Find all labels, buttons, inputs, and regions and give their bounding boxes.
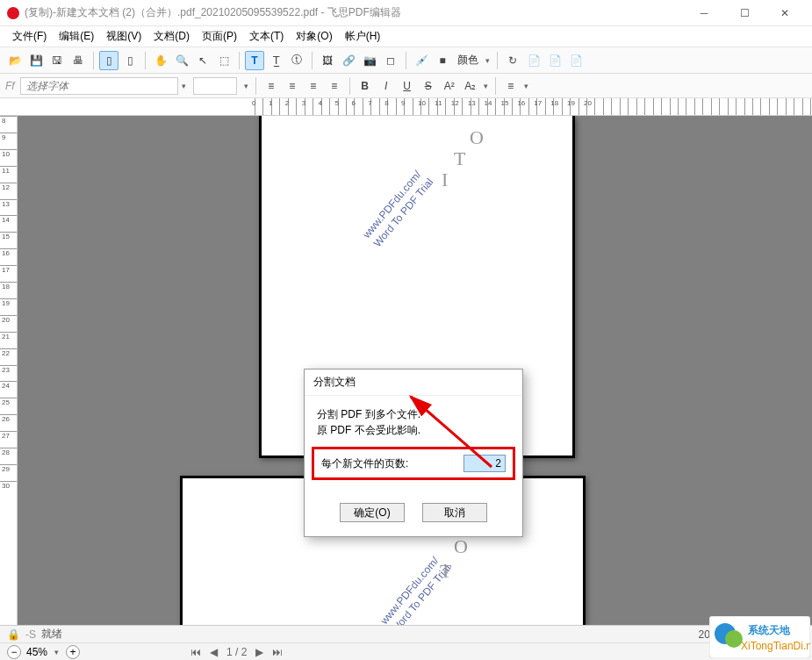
separator [312, 52, 313, 69]
pages-per-file-row: 每个新文件的页数: [312, 447, 515, 480]
shape-tool-icon[interactable]: ◻ [381, 51, 400, 70]
open-icon[interactable]: 📂 [5, 51, 25, 70]
rotate-icon[interactable]: ↻ [503, 51, 522, 70]
text-style-dropdown-icon[interactable]: ▾ [482, 82, 490, 90]
minimize-button[interactable]: ─ [684, 0, 724, 26]
camera-icon[interactable]: 📷 [360, 51, 379, 70]
align-right-icon[interactable]: ≡ [304, 76, 323, 96]
subscript-icon[interactable]: A₂ [461, 76, 480, 96]
save-icon[interactable]: 💾 [26, 51, 46, 70]
menu-bar: 文件(F) 编辑(E) 视图(V) 文档(D) 页面(P) 文本(T) 对象(O… [0, 26, 812, 47]
pages-per-file-input[interactable] [463, 455, 506, 472]
format-toolbar: Ff ▾ ▾ ≡ ≡ ≡ ≡ B I U S A² A₂ ▾ ≡ ▾ [0, 74, 812, 98]
font-family-icon: Ff [5, 80, 15, 92]
color-label: 颜色 [454, 53, 482, 68]
eyedropper-icon[interactable]: 💉 [412, 51, 431, 70]
font-family-input[interactable] [20, 77, 178, 95]
first-page-button[interactable]: ⏮ [190, 646, 201, 658]
zoom-tool-icon[interactable]: 🔍 [172, 51, 191, 70]
menu-view[interactable]: 视图(V) [101, 27, 147, 46]
zoom-value: 45% [26, 646, 47, 658]
watermark-url: www.PDFdu.com/ Word To PDF Trial [360, 167, 436, 250]
ok-button[interactable]: 确定(O) [340, 503, 405, 522]
text-field-icon[interactable]: ⓣ [287, 51, 306, 70]
prev-page-button[interactable]: ◀ [210, 646, 218, 658]
maximize-button[interactable]: ☐ [724, 0, 765, 26]
line-spacing-dropdown-icon[interactable]: ▾ [522, 82, 530, 90]
superscript-icon[interactable]: A² [440, 76, 459, 96]
zoom-in-button[interactable]: + [66, 645, 80, 659]
page-navigation: ⏮ ◀ 1 / 2 ▶ ⏭ [190, 646, 283, 658]
image-tool-icon[interactable]: 🖼 [318, 51, 337, 70]
status-ready: 就绪 [41, 627, 62, 642]
menu-text[interactable]: 文本(T) [244, 27, 289, 46]
select-tool-icon[interactable]: ↖ [193, 51, 212, 70]
separator [239, 52, 240, 69]
text-edit-icon[interactable]: T̲ [266, 51, 285, 70]
dialog-title: 分割文档 [305, 369, 522, 396]
menu-page[interactable]: 页面(P) [197, 27, 242, 46]
separator [497, 52, 498, 69]
delete-page-icon[interactable]: 📄 [566, 51, 586, 70]
vertical-ruler: 8910111213141516171819202122232425262728… [0, 116, 18, 625]
underline-icon[interactable]: U [398, 76, 417, 96]
separator [349, 77, 350, 95]
status-bar: 🔒 -S 就绪 20.99 x 29.7 cm 预览 [0, 625, 812, 642]
select-all-icon[interactable]: ⬚ [214, 51, 234, 70]
status-sep: -S [25, 628, 36, 641]
line-spacing-icon[interactable]: ≡ [501, 76, 521, 96]
close-button[interactable]: ✕ [765, 0, 805, 26]
pages-per-file-label: 每个新文件的页数: [321, 456, 456, 471]
align-justify-icon[interactable]: ≡ [325, 76, 344, 96]
horizontal-ruler: 01234567891011121314151617181920 [0, 98, 812, 116]
bold-icon[interactable]: B [356, 76, 375, 96]
window-controls: ─ ☐ ✕ [684, 0, 805, 26]
align-center-icon[interactable]: ≡ [283, 76, 302, 96]
dialog-description: 分割 PDF 到多个文件. 原 PDF 不会受此影响. [317, 406, 510, 438]
print-icon[interactable]: 🖶 [68, 51, 88, 70]
separator [255, 77, 256, 95]
separator [93, 52, 94, 69]
save-as-icon[interactable]: 🖫 [47, 51, 67, 70]
lock-icon: 🔒 [7, 628, 20, 641]
site-logo-badge: 系统天地 XiTongTianDi.net [709, 616, 810, 658]
zoom-out-button[interactable]: − [7, 645, 21, 659]
strikethrough-icon[interactable]: S [419, 76, 438, 96]
font-size-dropdown-icon[interactable]: ▾ [242, 82, 250, 90]
last-page-button[interactable]: ⏭ [272, 646, 283, 658]
split-document-dialog: 分割文档 分割 PDF 到多个文件. 原 PDF 不会受此影响. 每个新文件的页… [304, 369, 523, 537]
page-layout-icon[interactable]: ▯ [99, 51, 119, 70]
page-layout-2-icon[interactable]: ▯ [120, 51, 140, 70]
svg-point-3 [725, 630, 743, 648]
menu-document[interactable]: 文档(D) [148, 27, 195, 46]
color-swatch-icon[interactable]: ■ [433, 51, 452, 70]
main-toolbar: 📂 💾 🖫 🖶 ▯ ▯ ✋ 🔍 ↖ ⬚ T T̲ ⓣ 🖼 🔗 📷 ◻ 💉 ■ 颜… [0, 47, 812, 74]
next-page-button[interactable]: ▶ [255, 646, 263, 658]
logo-url: XiTongTianDi.net [741, 640, 810, 652]
link-tool-icon[interactable]: 🔗 [339, 51, 358, 70]
title-bar: (复制)-新建文本文档 (2)（合并）.pdf_2021020509553952… [0, 0, 812, 26]
separator [495, 77, 496, 95]
font-dropdown-icon[interactable]: ▾ [180, 82, 188, 90]
menu-edit[interactable]: 编辑(E) [54, 27, 99, 46]
workspace: 8910111213141516171819202122232425262728… [0, 116, 812, 625]
align-left-icon[interactable]: ≡ [262, 76, 281, 96]
separator [145, 52, 146, 69]
add-page-icon[interactable]: 📄 [524, 51, 543, 70]
logo-text: 系统天地 [747, 624, 791, 636]
menu-account[interactable]: 帐户(H) [340, 27, 386, 46]
text-tool-icon[interactable]: T [245, 51, 264, 70]
menu-object[interactable]: 对象(O) [291, 27, 337, 46]
separator [406, 52, 406, 69]
window-title: (复制)-新建文本文档 (2)（合并）.pdf_2021020509553952… [25, 5, 684, 20]
hand-tool-icon[interactable]: ✋ [151, 51, 170, 70]
menu-file[interactable]: 文件(F) [7, 27, 52, 46]
page-indicator: 1 / 2 [226, 646, 247, 658]
cancel-button[interactable]: 取消 [422, 503, 487, 522]
color-dropdown-icon[interactable]: ▾ [484, 56, 492, 65]
font-size-input[interactable] [193, 77, 237, 95]
document-canvas[interactable]: www.PDFdu.com/ Word To PDF Trial O T I w… [18, 116, 812, 625]
italic-icon[interactable]: I [377, 76, 396, 96]
extract-page-icon[interactable]: 📄 [545, 51, 564, 70]
zoom-dropdown-icon[interactable]: ▾ [53, 648, 61, 656]
